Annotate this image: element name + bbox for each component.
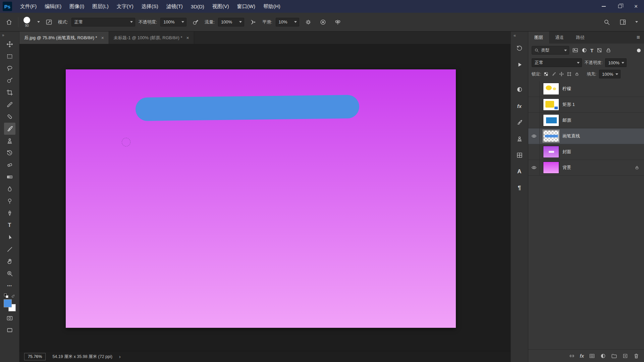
filter-type-text-icon[interactable]: T [590,48,593,53]
menu-view[interactable]: 视图(V) [208,0,233,13]
tab-channels[interactable]: 通道 [549,32,570,44]
eraser-tool[interactable] [4,159,15,171]
add-mask-icon[interactable] [589,353,595,359]
restore-button[interactable] [612,0,628,13]
opacity-input[interactable]: 100% [160,18,186,26]
adjustment-layer-icon[interactable] [600,353,606,359]
airbrush-button[interactable] [248,16,259,28]
menu-layer[interactable]: 图层(L) [88,0,112,13]
delete-layer-icon[interactable] [633,353,639,359]
home-button[interactable] [3,16,15,28]
layer-thumbnail[interactable] [543,130,559,142]
lock-pixels-icon[interactable] [551,72,556,76]
new-group-icon[interactable] [611,353,617,359]
menu-help[interactable]: 帮助(H) [259,0,284,13]
layer-thumbnail[interactable] [543,146,559,158]
crop-tool[interactable] [4,86,15,99]
document-tab-inactive[interactable]: 未标题-1 @ 100% (邮票, RGB/8#) * × [109,32,194,44]
lock-position-icon[interactable] [559,72,564,76]
foreground-color-swatch[interactable] [4,299,12,307]
filter-toggle-icon[interactable] [637,49,641,52]
close-icon[interactable]: × [186,35,189,41]
layer-thumbnail[interactable] [543,99,559,111]
canvas-area[interactable] [19,44,511,351]
document-tab-active[interactable]: 后.jpg @ 75.8% (画笔直线, RGB/8#) * × [19,32,109,44]
brush-tool[interactable] [4,123,15,135]
toggle-brush-settings-button[interactable] [43,16,55,28]
layer-thumbnail[interactable] [543,83,559,95]
chevron-down-icon[interactable] [635,21,638,23]
hand-tool[interactable] [4,255,15,267]
layer-row-lemon[interactable]: 柠檬 [528,81,644,97]
toolbar-expand-icon[interactable]: » [0,32,6,38]
link-layers-icon[interactable] [569,353,575,359]
adjustments-panel-button[interactable] [514,83,525,96]
styles-panel-button[interactable]: fx [514,100,525,112]
character-panel-button[interactable]: A [514,166,525,178]
gradient-tool[interactable] [4,171,15,183]
marquee-tool[interactable] [4,50,15,62]
line-tool[interactable] [4,243,15,255]
filter-smart-object-icon[interactable] [605,47,611,53]
layer-row-stamp[interactable]: 邮票 [528,113,644,128]
symmetry-button[interactable] [332,16,343,28]
visibility-toggle[interactable] [528,160,540,175]
smoothing-options-button[interactable] [303,16,314,28]
chevron-down-icon[interactable] [37,21,40,23]
visibility-toggle[interactable] [528,128,540,144]
menu-edit[interactable]: 编辑(E) [41,0,65,13]
fill-input[interactable]: 100% [599,70,621,78]
flow-input[interactable]: 100% [218,18,244,26]
move-tool[interactable] [4,38,15,50]
menu-type[interactable]: 文字(Y) [113,0,138,13]
pressure-size-button[interactable] [317,16,329,28]
filter-pixel-icon[interactable] [572,47,578,53]
status-chevron-icon[interactable]: › [119,354,121,359]
pen-tool[interactable] [4,207,15,219]
search-button[interactable] [601,16,612,28]
tab-paths[interactable]: 路径 [570,32,591,44]
collapse-panels-icon[interactable]: « [511,33,516,38]
visibility-toggle[interactable] [528,97,540,112]
new-layer-icon[interactable] [622,353,628,359]
healing-brush-tool[interactable] [4,111,15,123]
lock-artboard-icon[interactable] [567,72,572,76]
screen-mode-button[interactable] [4,324,15,336]
layer-blend-mode-select[interactable]: 正常 [532,58,582,67]
panel-menu-button[interactable]: ≡ [637,32,644,44]
libraries-panel-button[interactable] [514,149,525,161]
tab-layers[interactable]: 图层 [528,32,549,44]
layer-thumbnail[interactable] [543,162,559,174]
layer-thumbnail[interactable] [543,114,559,126]
pressure-opacity-button[interactable] [190,16,201,28]
layer-row-cover[interactable]: 封面 [528,144,644,160]
menu-3d[interactable]: 3D(D) [187,0,208,13]
menu-file[interactable]: 文件(F) [16,0,41,13]
menu-filter[interactable]: 滤镜(T) [162,0,187,13]
smoothing-input[interactable]: 10% [276,18,299,26]
blur-tool[interactable] [4,183,15,195]
lock-transparency-icon[interactable] [544,72,548,76]
history-panel-button[interactable] [514,42,525,54]
filter-type-select[interactable]: 类型 [532,46,569,55]
type-tool[interactable]: T [4,219,15,231]
layer-style-icon[interactable]: fx [580,353,584,359]
clone-stamp-tool[interactable] [4,135,15,147]
zoom-tool[interactable] [4,267,15,280]
lock-all-icon[interactable] [575,72,579,76]
swap-colors-icon[interactable] [11,294,15,298]
lasso-tool[interactable] [4,62,15,74]
menu-select[interactable]: 选择(S) [138,0,162,13]
blend-mode-select[interactable]: 正常 [71,18,135,26]
document-canvas[interactable] [66,69,456,328]
layer-opacity-input[interactable]: 100% [605,58,627,67]
visibility-toggle[interactable] [528,144,540,160]
history-brush-tool[interactable] [4,147,15,159]
menu-image[interactable]: 图像(I) [65,0,88,13]
layer-row-brushline[interactable]: 画笔直线 [528,128,644,144]
dodge-tool[interactable] [4,195,15,207]
filter-shape-icon[interactable] [596,47,602,53]
visibility-toggle[interactable] [528,113,540,128]
eyedropper-tool[interactable] [4,99,15,111]
quick-selection-tool[interactable] [4,74,15,86]
